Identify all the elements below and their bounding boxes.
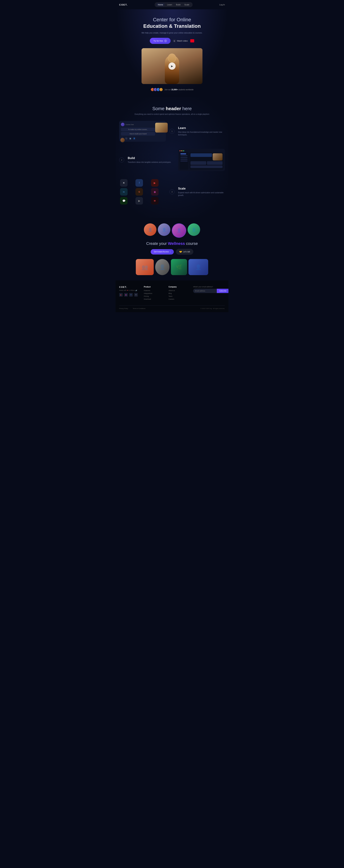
footer-top: COET. Made with ♥ in Milano 🔊 ▶ ◉ f ✕ Pr… — [119, 286, 225, 301]
footer-careers-link[interactable]: Careers — [168, 298, 190, 300]
social-gmail-icon: M — [151, 197, 159, 205]
feature-build-visual — [178, 149, 225, 171]
terms-link[interactable]: Terms of Conditions — [133, 308, 146, 309]
chat-overlay-image — [155, 123, 168, 132]
footer-company-title: Company — [168, 286, 190, 288]
footer-product-col: Product Features Integrations Pricing Do… — [144, 286, 165, 301]
feature-number-3: 3 — [169, 189, 175, 194]
wellness-avatars: 👤 👤 👤 👤 — [119, 223, 225, 238]
footer-about-link[interactable]: About us — [168, 290, 190, 291]
chat-icon-3: 💻 — [129, 137, 132, 140]
footer-brand: COET. Made with ♥ in Milano 🔊 ▶ ◉ f ✕ — [119, 286, 140, 301]
wellness-title: Create your Wellness course — [119, 241, 225, 246]
watch-video-button[interactable]: ▶ Watch video — [173, 39, 188, 42]
social-whatsapp-icon: 💬 — [120, 197, 128, 205]
wellness-buttons: Get Instant Access › 🤝 Let's talk — [119, 249, 225, 255]
nav-home[interactable]: Home — [156, 3, 165, 6]
footer-facebook-icon[interactable]: f — [129, 293, 133, 297]
footer-twitter-icon[interactable]: ✕ — [134, 293, 138, 297]
wellness-card-4: 👤 — [188, 259, 208, 275]
feature-scale-title: Scale — [178, 187, 225, 190]
footer-instagram-icon[interactable]: ◉ — [124, 293, 128, 297]
footer-product-title: Product — [144, 286, 165, 288]
chat-icon-4: 👤 — [133, 137, 136, 140]
try-for-free-button[interactable]: Try for free → — [150, 38, 170, 44]
feature-build: Build Transform ideas into tangible solu… — [119, 149, 225, 171]
heart-icon: ♥ — [127, 289, 128, 291]
feature-number-2: 2 — [119, 157, 124, 162]
wellness-avatar-2: 👤 — [158, 223, 170, 236]
nav-scale[interactable]: Scale — [183, 3, 191, 6]
red-box-decoration — [190, 39, 194, 42]
feature-scale-desc: Expand reach with AI-driven optimization… — [178, 191, 225, 197]
hero-video: ▶ — [142, 48, 202, 84]
social-x-icon: ✕ — [120, 179, 128, 187]
hero-buttons: Try for free → ▶ Watch video — [119, 38, 225, 44]
chevron-right-icon: › — [170, 251, 170, 253]
feature-scale-content: Scale Expand reach with AI-driven optimi… — [178, 187, 225, 197]
subscribe-button[interactable]: Subscribe → — [217, 289, 228, 293]
student-avatars — [151, 88, 163, 92]
get-instant-access-button[interactable]: Get Instant Access › — [151, 249, 174, 254]
wellness-avatar-1: 👤 — [144, 223, 156, 236]
feature-scale: ✕ f ▶ in G ◉ 💬 ▶ M 3 Scale Expand reach … — [119, 178, 225, 206]
subscribe-label: What's your email address? — [193, 286, 225, 288]
footer-team-link[interactable]: Team — [168, 296, 190, 297]
feature-learn-title: Learn — [178, 126, 225, 130]
play-circle-icon: ▶ — [173, 39, 176, 42]
footer-company-col: Company About us Blog Team Careers — [168, 286, 190, 301]
wellness-grid: 👥 👤 🌿 👤 — [119, 259, 225, 275]
footer-pricing-link[interactable]: Pricing — [144, 296, 165, 297]
footer-blog-link[interactable]: Blog — [168, 292, 190, 294]
footer-youtube-icon[interactable]: ▶ — [119, 293, 123, 297]
navbar: COET. Home Learn Build Scale Log In — [116, 0, 228, 9]
subscribe-email-input[interactable] — [193, 289, 217, 293]
footer-copyright: © 2023 COET.org · All rights reserved. — [200, 308, 225, 309]
privacy-policy-link[interactable]: Privacy Policy — [119, 308, 128, 309]
footer-integrations-link[interactable]: Integrations — [144, 292, 165, 294]
social-google-icon: G — [135, 188, 143, 195]
features-subtitle: Everything you need to control spend and… — [119, 113, 225, 116]
nav-login[interactable]: Log In — [219, 4, 225, 6]
features-section: Some header here Everything you need to … — [116, 97, 228, 218]
wellness-avatar-4: 👤 — [188, 223, 200, 236]
footer-bottom-links: Privacy Policy · Terms of Conditions — [119, 308, 146, 309]
arrow-right-icon: → — [227, 290, 228, 292]
wellness-card-2: 👤 — [155, 259, 169, 275]
play-button[interactable]: ▶ — [168, 63, 176, 70]
feature-build-content: Build Transform ideas into tangible solu… — [128, 157, 175, 163]
social-ig-icon: ◉ — [151, 188, 159, 195]
feature-build-desc: Transform ideas into tangible solutions … — [128, 161, 175, 163]
footer-subscribe: What's your email address? Subscribe → — [193, 286, 225, 301]
hero-subtitle: We help you create, manage & grow your o… — [119, 31, 225, 34]
feature-scale-visual: ✕ f ▶ in G ◉ 💬 ▶ M — [119, 178, 166, 206]
nav-learn[interactable]: Learn — [165, 3, 174, 6]
nav-logo: COET. — [119, 3, 128, 6]
footer-bottom: Privacy Policy · Terms of Conditions © 2… — [119, 308, 225, 309]
wellness-card-3: 🌿 — [171, 259, 187, 275]
lets-talk-button[interactable]: 🤝 Let's talk — [176, 249, 193, 255]
chat-message-2: How to build your brand — [121, 132, 155, 135]
arrow-icon: → — [164, 39, 167, 42]
feature-learn-visual: Course Chat To make my online course... … — [119, 121, 166, 142]
feature-learn-content: Learn Dive deep into foundational knowle… — [178, 126, 225, 136]
features-header: Some header here Everything you need to … — [119, 106, 225, 116]
footer-divider — [119, 305, 225, 306]
footer-download-link[interactable]: Download — [144, 298, 165, 300]
wellness-avatar-3: 👤 — [172, 223, 186, 238]
social-fb-icon: f — [135, 179, 143, 187]
footer-tagline: Made with ♥ in Milano 🔊 — [119, 289, 140, 291]
social-play-icon: ▶ — [135, 197, 143, 205]
nav-build[interactable]: Build — [174, 3, 182, 6]
social-li-icon: in — [120, 188, 128, 195]
social-yt-icon: ▶ — [151, 179, 159, 187]
hero-title: Center for Online Education & Translatio… — [119, 17, 225, 30]
feature-learn: Course Chat To make my online course... … — [119, 121, 225, 142]
footer-features-link[interactable]: Features — [144, 290, 165, 291]
chat-icon-2: 📞 — [125, 137, 128, 140]
students-row: Join our 15,000+ students worldwide — [119, 88, 225, 92]
hero-section: Center for Online Education & Translatio… — [116, 9, 228, 97]
footer-social-icons: ▶ ◉ f ✕ — [119, 293, 140, 297]
nav-links: Home Learn Build Scale — [155, 2, 192, 7]
feature-build-title: Build — [128, 157, 175, 160]
